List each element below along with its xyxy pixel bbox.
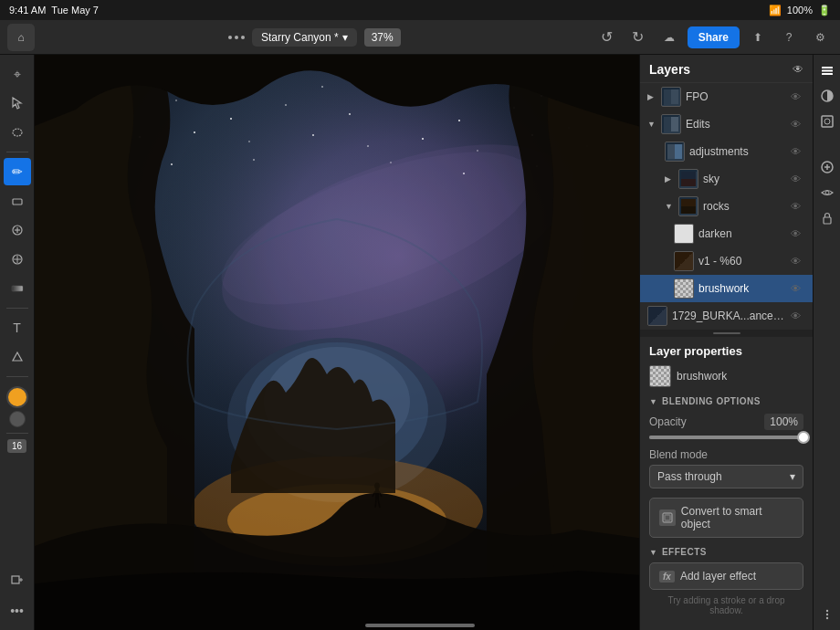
layer-thumbnail [661,114,681,134]
background-color[interactable] [9,411,26,427]
layer-thumbnail [674,224,694,244]
layer-name: 1729_BURKA...anced-NR33 [672,310,786,322]
right-icon-more[interactable] [815,603,839,626]
layer-eye-toggle[interactable]: 👁 [791,91,805,102]
file-name-button[interactable]: Starry Canyon * ▾ [252,28,357,47]
layer-eye-toggle[interactable]: 👁 [791,146,805,157]
opacity-slider[interactable] [649,436,803,439]
layer-eye-toggle[interactable]: 👁 [791,256,805,267]
share-button[interactable]: Share [688,26,740,48]
layer-row[interactable]: ▼ Edits 👁 [640,110,813,138]
fx-badge: fx [659,571,675,583]
tool-shape[interactable] [4,343,31,371]
layer-chevron: ▼ [665,202,674,211]
undo-button[interactable]: ↺ [594,25,620,50]
blend-mode-select[interactable]: Pass through ▾ [649,465,803,488]
layer-eye-toggle[interactable]: 👁 [791,201,805,212]
upload-button[interactable]: ⬆ [745,25,771,50]
tool-clone[interactable] [4,216,31,244]
svg-point-47 [367,145,369,147]
tool-gradient[interactable] [4,275,31,302]
effects-chevron: ▼ [649,548,657,557]
layer-thumbnail [678,169,698,189]
panel-resize-handle[interactable] [640,330,813,337]
tool-type[interactable]: T [4,314,31,341]
settings-button[interactable]: ⚙ [807,25,833,50]
layer-row-brushwork[interactable]: brushwork 👁 [640,275,813,302]
layer-eye-toggle[interactable]: 👁 [791,173,805,184]
convert-to-smart-object-button[interactable]: Convert to smart object [649,498,803,538]
zoom-level-button[interactable]: 37% [364,28,401,47]
layer-row[interactable]: ▶ FPO 👁 [640,83,813,110]
help-button[interactable]: ? [776,25,802,50]
svg-rect-76 [681,206,696,214]
cloud-button[interactable]: ☁ [656,25,682,50]
layers-visibility-toggle[interactable]: 👁 [793,63,803,76]
layer-row[interactable]: v1 - %60 👁 [640,247,813,275]
tool-heal[interactable] [4,246,31,273]
right-icon-layers[interactable] [815,58,839,82]
canvas-area [35,55,639,630]
battery-level: 100% [787,5,813,16]
layer-row[interactable]: darken 👁 [640,220,813,247]
svg-rect-11 [12,576,19,583]
blend-mode-label: Blend mode [649,448,803,461]
right-panel: Layers 👁 ▶ FPO 👁 ▼ [639,55,813,630]
svg-point-27 [321,86,323,88]
svg-rect-81 [822,73,833,75]
svg-point-46 [312,134,314,136]
transform-tool[interactable] [4,568,31,595]
convert-button-label: Convert to smart object [681,505,793,530]
layer-eye-toggle[interactable]: 👁 [791,283,805,294]
add-layer-effect-button[interactable]: fx Add layer effect [649,562,803,590]
opacity-slider-thumb[interactable] [797,431,810,444]
svg-point-44 [194,131,195,133]
svg-rect-80 [822,70,833,72]
layer-thumbnail [647,306,667,326]
svg-rect-79 [822,67,833,68]
layer-thumbnail [665,142,685,162]
layer-row[interactable]: ▼ rocks 👁 [640,193,813,220]
blending-options-header[interactable]: ▼ BLENDING OPTIONS [649,396,803,406]
layer-row[interactable]: adjustments 👁 [640,138,813,165]
right-icon-eye[interactable] [815,181,839,205]
svg-rect-67 [664,89,671,104]
svg-point-1 [13,129,22,136]
layer-row[interactable]: 1729_BURKA...anced-NR33 👁 [640,302,813,330]
home-button[interactable]: ⌂ [7,24,35,51]
brush-size-indicator[interactable]: 16 [7,439,26,453]
right-icon-adjustments[interactable] [815,84,839,108]
svg-rect-71 [667,144,675,159]
effects-header[interactable]: ▼ EFFECTS [649,547,803,557]
svg-rect-74 [681,179,696,186]
bottom-dots-button[interactable]: ••• [4,597,31,625]
convert-icon [659,509,676,526]
right-icon-lock[interactable] [815,206,839,230]
tool-move[interactable]: ⌖ [4,60,31,88]
status-date: Tue May 7 [51,5,99,16]
tool-eraser[interactable] [4,187,31,215]
layer-name: v1 - %60 [698,255,786,268]
layer-row[interactable]: ▶ sky 👁 [640,165,813,193]
effects-hint: Try adding a stroke or a drop shadow. [649,593,803,617]
layer-thumbnail [674,278,694,299]
svg-rect-9 [12,286,23,291]
layer-thumbnail [674,251,694,271]
layer-eye-toggle[interactable]: 👁 [791,310,805,321]
tool-brush[interactable]: ✏ [4,158,31,185]
opacity-value[interactable]: 100% [764,414,803,430]
tool-lasso[interactable] [4,119,31,146]
battery-icon: 🔋 [818,5,831,16]
layers-title: Layers [649,62,690,77]
add-effect-label: Add layer effect [680,570,756,583]
right-icon-masks[interactable] [815,110,839,133]
right-icon-add[interactable] [815,155,839,179]
layer-eye-toggle[interactable]: 👁 [791,228,805,239]
svg-rect-89 [824,217,831,224]
tool-select[interactable] [4,89,31,117]
redo-button[interactable]: ↻ [625,25,651,50]
layer-eye-toggle[interactable]: 👁 [791,119,805,130]
foreground-color[interactable] [6,386,28,408]
blend-mode-value: Pass through [657,470,722,483]
more-options-button[interactable] [228,36,245,39]
